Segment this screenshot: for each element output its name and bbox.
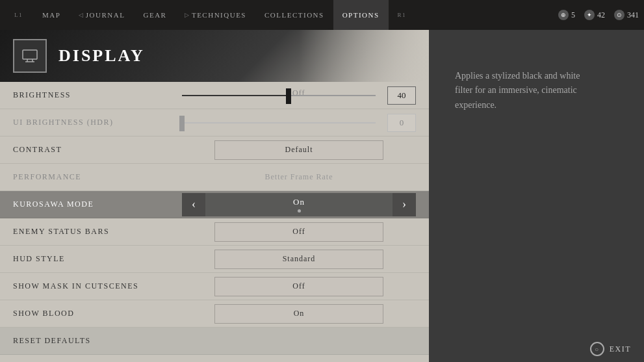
nav-collections-label: COLLECTIONS — [264, 11, 324, 19]
show-mask-label: SHOW MASK IN CUTSCENES — [13, 281, 182, 291]
nav-l1[interactable]: L1 — [5, 0, 33, 30]
kurosawa-row[interactable]: KUROSAWA MODE ‹ On › — [0, 191, 429, 218]
l1-tag: L1 — [14, 12, 23, 18]
nav-map-label: MAP — [42, 11, 60, 19]
svg-rect-0 — [23, 50, 37, 59]
nav-techniques[interactable]: ▷ TECHNIQUES — [175, 0, 255, 30]
ui-brightness-label: UI BRIGHTNESS (HDR) — [13, 118, 182, 127]
left-panel: DISPLAY Off BRIGHTNESS 40 UI BRIG — [0, 30, 429, 362]
brightness-track[interactable] — [182, 95, 376, 96]
brightness-fill — [182, 95, 289, 96]
hud-points-value: 42 — [597, 10, 605, 20]
ui-brightness-track[interactable] — [182, 122, 376, 123]
brightness-value: 40 — [387, 86, 416, 105]
hud-area: ⊕ 5 ✦ 42 ⊙ 341 — [558, 10, 639, 20]
show-blood-value: On — [214, 304, 383, 324]
hud-currency-value: 341 — [627, 10, 639, 20]
display-header: DISPLAY — [0, 30, 429, 82]
nav-gear[interactable]: GEAR — [134, 0, 175, 30]
description-text: Applies a stylized black and white filte… — [455, 69, 598, 112]
nav-bar: L1 MAP ◁ JOURNAL GEAR ▷ TECHNIQUES COLLE… — [0, 0, 644, 30]
enemy-status-value: Off — [214, 222, 383, 242]
performance-row: PERFORMANCE Better Frame Rate — [0, 164, 429, 191]
brightness-label: BRIGHTNESS — [13, 90, 182, 100]
contrast-value: Default — [214, 140, 383, 160]
ui-brightness-slider-container[interactable]: 0 — [182, 114, 416, 132]
nav-collections[interactable]: COLLECTIONS — [255, 0, 333, 30]
nav-gear-label: GEAR — [143, 11, 166, 19]
contrast-value-container[interactable]: Default — [182, 140, 416, 160]
settings-list: BRIGHTNESS 40 UI BRIGHTNESS (HDR) — [0, 82, 429, 362]
enemy-status-row[interactable]: ENEMY STATUS BARS Off — [0, 218, 429, 246]
kurosawa-left-arrow[interactable]: ‹ — [182, 193, 205, 216]
kurosawa-label: KUROSAWA MODE — [13, 200, 182, 209]
star-icon: ⊕ — [558, 10, 569, 20]
exit-circle-icon: ○ — [590, 342, 604, 356]
enemy-status-label: ENEMY STATUS BARS — [13, 227, 182, 237]
kurosawa-text: On — [293, 197, 305, 207]
contrast-row[interactable]: CONTRAST Default — [0, 136, 429, 164]
performance-label: PERFORMANCE — [13, 172, 182, 182]
nav-techniques-label: TECHNIQUES — [192, 11, 246, 19]
kurosawa-right-arrow[interactable]: › — [393, 193, 416, 216]
right-panel: Applies a stylized black and white filte… — [429, 30, 644, 362]
show-mask-row[interactable]: SHOW MASK IN CUTSCENES Off — [0, 273, 429, 300]
brightness-row[interactable]: BRIGHTNESS 40 — [0, 82, 429, 109]
hud-stars-value: 5 — [571, 10, 575, 20]
performance-value: Better Frame Rate — [214, 168, 383, 187]
show-blood-row[interactable]: SHOW BLOOD On — [0, 300, 429, 328]
brightness-thumb[interactable] — [286, 88, 291, 104]
main-content: DISPLAY Off BRIGHTNESS 40 UI BRIG — [0, 30, 644, 362]
hud-item-stars: ⊕ 5 — [558, 10, 575, 20]
nav-journal[interactable]: ◁ JOURNAL — [70, 0, 134, 30]
contrast-label: CONTRAST — [13, 145, 182, 155]
display-icon — [13, 39, 47, 73]
performance-value-container: Better Frame Rate — [182, 168, 416, 187]
show-mask-value-container[interactable]: Off — [182, 277, 416, 296]
kurosawa-display: On — [205, 193, 393, 216]
currency-icon: ⊙ — [614, 10, 625, 20]
nav-journal-label: JOURNAL — [86, 11, 125, 19]
ui-brightness-row[interactable]: UI BRIGHTNESS (HDR) 0 — [0, 109, 429, 136]
hud-style-value-container[interactable]: Standard — [182, 250, 416, 269]
ui-brightness-thumb[interactable] — [179, 116, 185, 131]
show-mask-value: Off — [214, 277, 383, 296]
hud-style-value: Standard — [214, 250, 383, 269]
kurosawa-dot — [298, 209, 301, 213]
reset-defaults-label: RESET DEFAULTS — [13, 336, 182, 346]
enemy-status-value-container[interactable]: Off — [182, 222, 416, 242]
hud-item-currency: ⊙ 341 — [614, 10, 639, 20]
show-blood-value-container[interactable]: On — [182, 304, 416, 324]
exit-button[interactable]: ○ EXIT — [590, 342, 631, 356]
exit-label: EXIT — [610, 344, 631, 354]
techniques-tag: ▷ — [185, 12, 190, 18]
brightness-slider-container[interactable]: 40 — [182, 86, 416, 105]
journal-tag: ◁ — [79, 12, 84, 18]
reset-defaults-row[interactable]: RESET DEFAULTS — [0, 328, 429, 355]
r1-tag: R1 — [398, 12, 407, 18]
nav-options-label: OPTIONS — [342, 11, 380, 19]
show-blood-label: SHOW BLOOD — [13, 309, 182, 318]
ui-brightness-value: 0 — [387, 114, 416, 132]
nav-r1[interactable]: R1 — [389, 0, 417, 30]
hud-style-label: HUD STYLE — [13, 254, 182, 264]
hud-item-points: ✦ 42 — [584, 10, 605, 20]
hud-style-row[interactable]: HUD STYLE Standard — [0, 246, 429, 273]
nav-map[interactable]: MAP — [33, 0, 70, 30]
points-icon: ✦ — [584, 10, 595, 20]
nav-options[interactable]: OPTIONS — [333, 0, 389, 30]
kurosawa-value-container[interactable]: ‹ On › — [182, 193, 416, 216]
bottom-bar: ○ EXIT — [430, 336, 644, 362]
display-title: DISPLAY — [58, 46, 145, 66]
